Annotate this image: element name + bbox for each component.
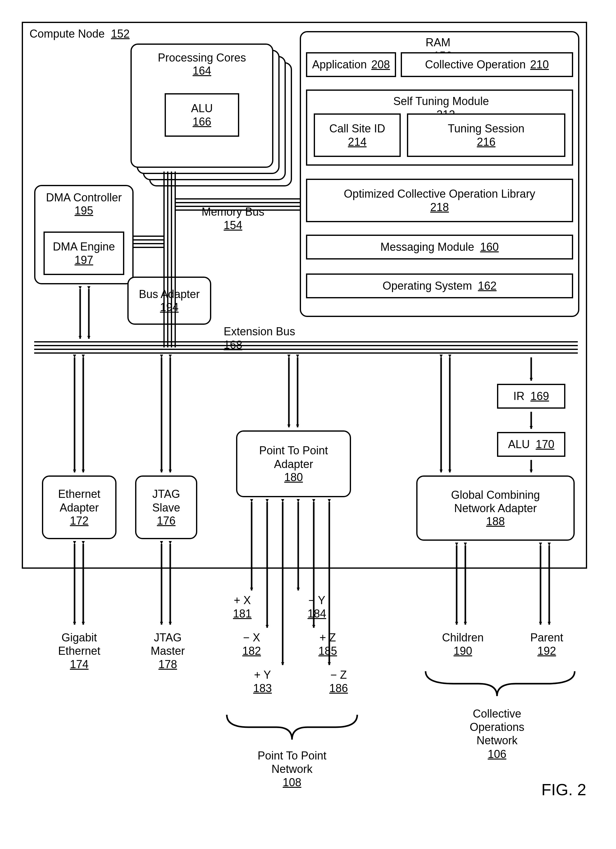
extension-bus-ref: 168 — [224, 338, 332, 352]
axis-mz-ref: 186 — [320, 682, 357, 695]
figure-label: FIG. 2 — [525, 780, 603, 799]
children-label: Children — [429, 631, 497, 644]
messaging-box: Messaging Module 160 — [306, 235, 573, 259]
gcn-adapter-ref: 188 — [486, 515, 505, 528]
axis-pz-label: + Z — [309, 631, 347, 644]
jtag-slave-box: JTAG Slave 176 — [135, 475, 197, 539]
tuning-session-label: Tuning Session — [448, 122, 525, 135]
os-box: Operating System 162 — [306, 274, 573, 298]
dma-engine-label: DMA Engine — [53, 240, 115, 253]
messaging-ref: 160 — [480, 241, 498, 253]
bus-adapter-box: Bus Adapter 194 — [127, 277, 211, 325]
gcn-adapter-box: Global Combining Network Adapter 188 — [416, 475, 575, 541]
gigabit-ref: 174 — [43, 658, 115, 671]
collective-op-ref: 210 — [530, 58, 549, 71]
axis-my-label: − Y — [298, 594, 335, 607]
compute-node-label: Compute Node — [30, 27, 105, 40]
ethernet-adapter-box: Ethernet Adapter 172 — [42, 475, 116, 539]
ir-ref: 169 — [530, 390, 549, 402]
alu-core-box: ALU 166 — [165, 93, 239, 137]
ptp-network-label-group: Point To Point Network 108 — [242, 749, 342, 789]
application-ref: 208 — [371, 58, 390, 71]
os-ref: 162 — [478, 279, 496, 292]
memory-bus-label: Memory Bus — [193, 205, 273, 219]
tuning-session-box: Tuning Session 216 — [407, 113, 565, 157]
messaging-label: Messaging Module — [380, 241, 474, 253]
axis-py-label: + Y — [244, 668, 281, 682]
axis-py: + Y 183 — [244, 668, 281, 695]
collective-op-label: Collective Operation — [425, 58, 525, 71]
jtag-slave-label: JTAG Slave — [152, 487, 180, 514]
ram-label: RAM — [426, 36, 451, 49]
axis-mz-label: − Z — [320, 668, 357, 682]
dma-controller-ref: 195 — [74, 204, 93, 217]
ptp-adapter-ref: 180 — [284, 471, 303, 484]
alu-core-label: ALU — [191, 101, 213, 115]
axis-mx-ref: 182 — [233, 644, 270, 658]
ptp-adapter-box: Point To Point Adapter 180 — [236, 430, 351, 497]
memory-bus-ref: 154 — [193, 219, 273, 232]
ptp-network-label: Point To Point Network — [242, 749, 342, 776]
gcn-adapter-label: Global Combining Network Adapter — [451, 488, 540, 515]
processing-cores-label: Processing Cores — [158, 51, 246, 64]
dma-engine-box: DMA Engine 197 — [43, 231, 124, 275]
ethernet-adapter-label: Ethernet Adapter — [58, 487, 100, 514]
axis-mx-label: − X — [233, 631, 270, 644]
figure-label-text: FIG. 2 — [542, 780, 586, 799]
ptp-adapter-label: Point To Point Adapter — [259, 444, 328, 471]
compute-node-title: Compute Node 152 — [30, 27, 129, 40]
parent-label: Parent — [516, 631, 578, 644]
axis-px-ref: 181 — [224, 607, 261, 620]
parent-label-group: Parent 192 — [516, 631, 578, 658]
call-site-label: Call Site ID — [329, 122, 385, 135]
processing-cores-ref: 164 — [193, 64, 211, 77]
col-op-network-ref: 106 — [447, 748, 547, 761]
ir-box: IR 169 — [497, 384, 565, 409]
call-site-ref: 214 — [348, 136, 366, 149]
bus-adapter-label: Bus Adapter — [139, 287, 200, 301]
application-label: Application — [312, 58, 367, 71]
dma-controller-label: DMA Controller — [46, 191, 122, 204]
axis-mz: − Z 186 — [320, 668, 357, 695]
ir-label: IR — [513, 390, 525, 402]
jtag-slave-ref: 176 — [157, 514, 176, 527]
jtag-master-ref: 178 — [137, 658, 199, 671]
figure-page: Compute Node 152 Processing Cores 164 AL… — [12, 12, 604, 837]
axis-px-label: + X — [224, 594, 261, 607]
axis-my: − Y 184 — [298, 594, 335, 620]
dma-engine-ref: 197 — [74, 253, 93, 267]
compute-node-ref: 152 — [111, 27, 129, 40]
call-site-box: Call Site ID 214 — [314, 113, 401, 157]
alu2-label: ALU — [508, 438, 530, 451]
alu2-ref: 170 — [536, 438, 554, 451]
memory-bus-label-group: Memory Bus 154 — [193, 205, 273, 232]
children-label-group: Children 190 — [429, 631, 497, 658]
opt-lib-ref: 218 — [430, 201, 449, 214]
ethernet-adapter-ref: 172 — [70, 514, 89, 527]
jtag-master-label-group: JTAG Master 178 — [137, 631, 199, 671]
gigabit-label-group: Gigabit Ethernet 174 — [43, 631, 115, 671]
col-op-network-label-group: Collective Operations Network 106 — [447, 707, 547, 761]
axis-pz: + Z 185 — [309, 631, 347, 658]
axis-mx: − X 182 — [233, 631, 270, 658]
col-op-network-label: Collective Operations Network — [447, 707, 547, 748]
opt-lib-box: Optimized Collective Operation Library 2… — [306, 179, 573, 222]
gigabit-label: Gigabit Ethernet — [43, 631, 115, 658]
parent-ref: 192 — [516, 644, 578, 658]
ptp-network-ref: 108 — [242, 776, 342, 789]
axis-pz-ref: 185 — [309, 644, 347, 658]
application-box: Application 208 — [306, 52, 396, 77]
opt-lib-label: Optimized Collective Operation Library — [344, 187, 535, 200]
extension-bus-label-group: Extension Bus 168 — [224, 325, 332, 352]
alu2-box: ALU 170 — [497, 432, 565, 457]
axis-my-ref: 184 — [298, 607, 335, 620]
extension-bus-label: Extension Bus — [224, 325, 295, 338]
axis-py-ref: 183 — [244, 682, 281, 695]
alu-core-ref: 166 — [193, 115, 211, 128]
tuning-session-ref: 216 — [477, 136, 495, 149]
jtag-master-label: JTAG Master — [137, 631, 199, 658]
axis-px: + X 181 — [224, 594, 261, 620]
self-tuning-label: Self Tuning Module — [393, 95, 489, 107]
collective-op-box: Collective Operation 210 — [401, 52, 573, 77]
children-ref: 190 — [429, 644, 497, 658]
